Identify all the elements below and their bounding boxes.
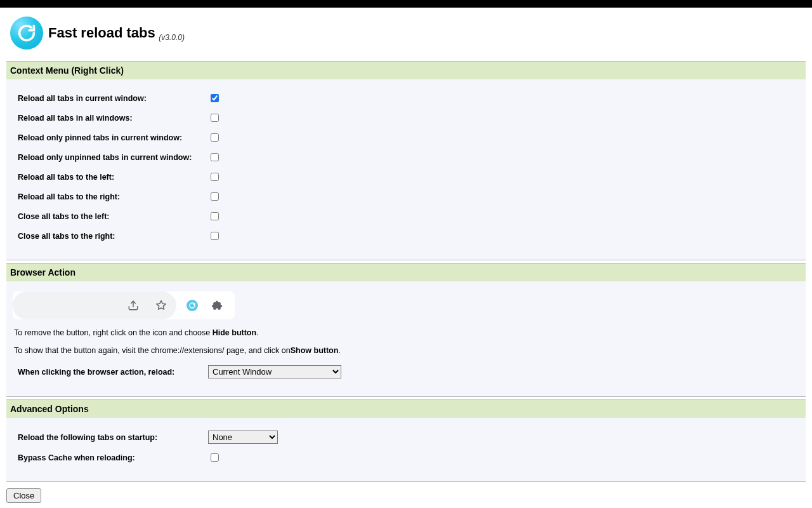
help-text-bold: Show button: [291, 346, 339, 355]
section-context-menu: Context Menu (Right Click) Reload all ta…: [6, 61, 806, 260]
option-checkbox[interactable]: [211, 232, 219, 240]
divider: [6, 396, 806, 397]
help-text-part: .: [256, 328, 258, 337]
option-reload-current-window: Reload all tabs in current window:: [13, 88, 799, 108]
option-close-left: Close all tabs to the left:: [13, 206, 799, 226]
option-label: When clicking the browser action, reload…: [18, 368, 208, 377]
option-reload-all-windows: Reload all tabs in all windows:: [13, 108, 799, 128]
extension-reload-icon: [187, 300, 198, 311]
option-checkbox[interactable]: [211, 94, 219, 102]
page-header: Fast reload tabs (v3.0.0): [6, 14, 806, 58]
option-close-right: Close all tabs to the right:: [13, 226, 799, 246]
option-reload-pinned: Reload only pinned tabs in current windo…: [13, 128, 799, 147]
help-show-button: To show that the button again, visit the…: [13, 344, 799, 361]
share-icon: [127, 299, 140, 312]
footer: Close: [6, 482, 806, 503]
section-browser-action: Browser Action: [6, 263, 806, 396]
option-checkbox[interactable]: [211, 192, 219, 201]
help-text-part: To show that the button again, visit the…: [14, 346, 291, 355]
option-reload-right: Reload all tabs to the right:: [13, 187, 799, 206]
section-browser-action-title: Browser Action: [6, 264, 806, 281]
option-checkbox[interactable]: [211, 173, 219, 181]
puzzle-icon: [211, 299, 223, 312]
option-reload-unpinned: Reload only unpinned tabs in current win…: [13, 147, 799, 167]
option-reload-left: Reload all tabs to the left:: [13, 167, 799, 187]
option-startup-reload: Reload the following tabs on startup: No…: [13, 427, 799, 448]
section-advanced-title: Advanced Options: [6, 400, 806, 418]
star-icon: [155, 299, 167, 312]
section-context-menu-title: Context Menu (Right Click): [6, 62, 806, 79]
help-text-bold: Hide button: [213, 328, 256, 337]
option-label: Close all tabs to the right:: [18, 232, 208, 241]
option-browser-action-reload: When clicking the browser action, reload…: [13, 361, 799, 382]
option-label: Bypass Cache when reloading:: [18, 453, 208, 462]
app-title: Fast reload tabs: [48, 25, 155, 41]
divider: [6, 260, 806, 260]
option-label: Reload the following tabs on startup:: [18, 433, 208, 442]
app-logo-icon: [10, 17, 43, 50]
bypass-cache-checkbox[interactable]: [211, 453, 219, 462]
startup-reload-select[interactable]: None: [208, 431, 278, 444]
browser-action-select[interactable]: Current Window: [208, 365, 341, 378]
option-label: Reload only pinned tabs in current windo…: [18, 133, 208, 142]
toolbar-preview: [13, 291, 235, 319]
close-button[interactable]: Close: [6, 488, 41, 503]
option-label: Reload all tabs to the right:: [18, 192, 208, 201]
help-hide-button: To remove the button, right click on the…: [13, 326, 799, 344]
option-checkbox[interactable]: [211, 133, 219, 142]
option-label: Close all tabs to the left:: [18, 212, 208, 221]
option-label: Reload only unpinned tabs in current win…: [18, 153, 208, 162]
option-checkbox[interactable]: [211, 114, 219, 122]
option-label: Reload all tabs in all windows:: [18, 114, 208, 123]
help-text-part: To remove the button, right click on the…: [14, 328, 213, 337]
option-checkbox[interactable]: [211, 153, 219, 161]
section-advanced: Advanced Options Reload the following ta…: [6, 399, 806, 481]
help-text-part: .: [338, 346, 340, 355]
option-label: Reload all tabs in current window:: [18, 94, 208, 103]
option-checkbox[interactable]: [211, 212, 219, 220]
option-bypass-cache: Bypass Cache when reloading:: [13, 448, 799, 467]
option-label: Reload all tabs to the left:: [18, 173, 208, 182]
app-version: (v3.0.0): [159, 33, 185, 42]
